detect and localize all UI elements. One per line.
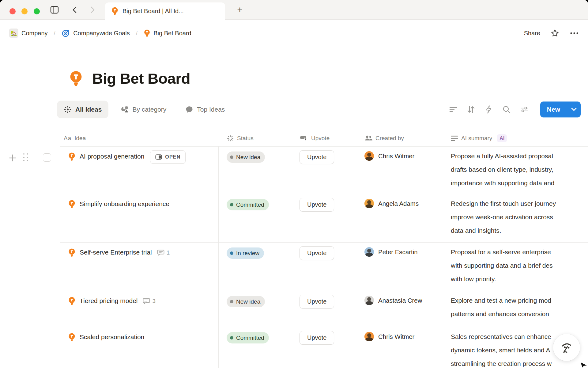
browser-tab[interactable]: Big Bet Board | All Id... bbox=[105, 2, 225, 20]
idea-title[interactable]: Scaled personalization bbox=[80, 333, 144, 341]
creator-name[interactable]: Chris Witmer bbox=[378, 152, 414, 160]
breadcrumb-separator: / bbox=[54, 30, 56, 37]
minimize-window-button[interactable] bbox=[21, 8, 28, 14]
search-icon[interactable] bbox=[502, 105, 511, 114]
favorite-star-icon[interactable] bbox=[551, 29, 559, 37]
creator-name[interactable]: Angela Adams bbox=[378, 200, 419, 207]
filter-icon[interactable] bbox=[449, 105, 458, 114]
column-header-upvote[interactable]: Upvote bbox=[294, 130, 358, 146]
column-header-label: Idea bbox=[74, 135, 86, 142]
creator-name[interactable]: Peter Escartin bbox=[378, 248, 418, 256]
page-bulb-icon bbox=[69, 70, 83, 87]
ai-badge: AI bbox=[497, 134, 507, 142]
share-button[interactable]: Share bbox=[524, 30, 540, 37]
side-peek-icon bbox=[155, 154, 162, 160]
idea-title[interactable]: Simplify onboarding experience bbox=[80, 200, 169, 208]
column-header-created-by[interactable]: Created by bbox=[358, 130, 446, 146]
comment-count[interactable]: 3 bbox=[143, 297, 156, 305]
shapes-icon bbox=[121, 105, 129, 113]
table-row[interactable]: Self-serve Enterprise trial 1 In review … bbox=[60, 243, 588, 291]
upvote-button[interactable]: Upvote bbox=[300, 150, 334, 164]
avatar bbox=[364, 247, 374, 257]
column-header-label: AI summary bbox=[461, 135, 492, 142]
chevron-down-icon[interactable] bbox=[567, 102, 581, 117]
settings-sliders-icon[interactable] bbox=[520, 105, 529, 114]
table-row[interactable]: Tiered pricing model 3 New idea Upvote A… bbox=[60, 291, 588, 327]
avatar bbox=[364, 151, 374, 161]
ai-summary-cell[interactable]: Redesign the first-touch user journey im… bbox=[446, 194, 588, 242]
house-icon: 🏡 bbox=[9, 29, 18, 38]
upvote-button[interactable]: Upvote bbox=[300, 246, 334, 260]
breadcrumb: 🏡 Company / Companywide Goals / Big Bet … bbox=[9, 29, 191, 38]
upvote-button-icon bbox=[300, 134, 308, 142]
page-title: Big Bet Board bbox=[92, 70, 190, 87]
ai-summary-cell[interactable]: Explore and test a new pricing mod patte… bbox=[446, 291, 588, 327]
view-tab-label: All Ideas bbox=[75, 106, 102, 113]
breadcrumb-item-companywide-goals[interactable]: Companywide Goals bbox=[73, 30, 130, 37]
sort-icon[interactable] bbox=[467, 105, 475, 114]
target-icon bbox=[62, 29, 70, 37]
add-row-plus-icon[interactable] bbox=[9, 154, 17, 163]
row-checkbox[interactable] bbox=[43, 153, 51, 162]
view-tab-top-ideas[interactable]: Top Ideas bbox=[179, 101, 232, 118]
comment-icon bbox=[143, 297, 150, 305]
bulb-icon bbox=[68, 200, 76, 209]
upvote-button[interactable]: Upvote bbox=[300, 295, 334, 309]
bulb-icon bbox=[68, 248, 76, 257]
new-tab-button[interactable]: + bbox=[234, 4, 245, 15]
table-header-row: Aa Idea Status Upvote Created by AI su bbox=[60, 130, 588, 147]
comment-count[interactable]: 1 bbox=[157, 249, 170, 256]
tab-title: Big Bet Board | All Id... bbox=[123, 8, 184, 15]
upvote-button[interactable]: Upvote bbox=[300, 331, 334, 345]
status-badge[interactable]: In review bbox=[227, 247, 264, 259]
column-header-idea[interactable]: Aa Idea bbox=[60, 130, 219, 146]
status-badge[interactable]: New idea bbox=[227, 296, 265, 307]
avatar bbox=[364, 332, 374, 341]
browser-tab-strip: Big Bet Board | All Id... + bbox=[0, 0, 588, 20]
table-row[interactable]: AI proposal generation OPEN New idea Upv… bbox=[60, 147, 588, 194]
ai-summary-cell[interactable]: Proposal for a self-serve enterprise wit… bbox=[446, 243, 588, 291]
more-options-icon[interactable] bbox=[570, 32, 579, 35]
idea-title[interactable]: AI proposal generation bbox=[80, 153, 144, 160]
idea-title[interactable]: Tiered pricing model bbox=[80, 297, 138, 305]
upvote-button[interactable]: Upvote bbox=[300, 198, 334, 212]
back-icon[interactable] bbox=[70, 6, 79, 14]
drag-handle-icon[interactable] bbox=[23, 153, 28, 162]
notion-ai-floating-button[interactable] bbox=[553, 334, 580, 361]
avatar bbox=[364, 296, 374, 305]
view-tab-all-ideas[interactable]: All Ideas bbox=[57, 101, 108, 118]
new-button-label: New bbox=[540, 102, 567, 117]
forward-icon[interactable] bbox=[88, 6, 97, 14]
breadcrumb-item-company[interactable]: Company bbox=[21, 30, 48, 37]
sidebar-toggle-icon[interactable] bbox=[50, 6, 59, 14]
ai-summary-cell[interactable]: Propose a fully AI-assisted proposal dra… bbox=[446, 147, 588, 194]
spinner-icon bbox=[227, 135, 234, 142]
aa-icon: Aa bbox=[64, 135, 71, 142]
column-header-label: Status bbox=[237, 135, 254, 142]
idea-title[interactable]: Self-serve Enterprise trial bbox=[80, 249, 152, 256]
column-header-label: Upvote bbox=[311, 135, 330, 142]
bulb-favicon-icon bbox=[111, 7, 119, 15]
mouse-cursor bbox=[580, 361, 588, 368]
column-header-status[interactable]: Status bbox=[219, 130, 294, 146]
column-header-ai-summary[interactable]: AI summary AI bbox=[446, 130, 588, 146]
breadcrumb-bar: 🏡 Company / Companywide Goals / Big Bet … bbox=[0, 20, 588, 47]
automation-icon[interactable] bbox=[484, 105, 493, 114]
status-badge[interactable]: Committed bbox=[227, 332, 269, 343]
open-button[interactable]: OPEN bbox=[150, 150, 186, 164]
new-button[interactable]: New bbox=[540, 102, 581, 117]
status-badge[interactable]: Committed bbox=[227, 199, 269, 210]
table-row[interactable]: Simplify onboarding experience Committed… bbox=[60, 194, 588, 243]
column-header-label: Created by bbox=[375, 135, 404, 142]
zoom-window-button[interactable] bbox=[34, 8, 40, 14]
close-window-button[interactable] bbox=[9, 8, 16, 14]
breadcrumb-item-big-bet-board[interactable]: Big Bet Board bbox=[153, 30, 191, 37]
table-row[interactable]: Scaled personalization Committed Upvote … bbox=[60, 327, 588, 368]
status-badge[interactable]: New idea bbox=[227, 151, 265, 163]
view-tab-by-category[interactable]: By category bbox=[114, 101, 173, 118]
creator-name[interactable]: Anastasia Crew bbox=[378, 297, 422, 304]
view-tab-label: Top Ideas bbox=[197, 106, 225, 113]
sun-icon bbox=[64, 105, 72, 113]
chat-icon bbox=[185, 105, 193, 113]
creator-name[interactable]: Chris Witmer bbox=[378, 333, 414, 340]
